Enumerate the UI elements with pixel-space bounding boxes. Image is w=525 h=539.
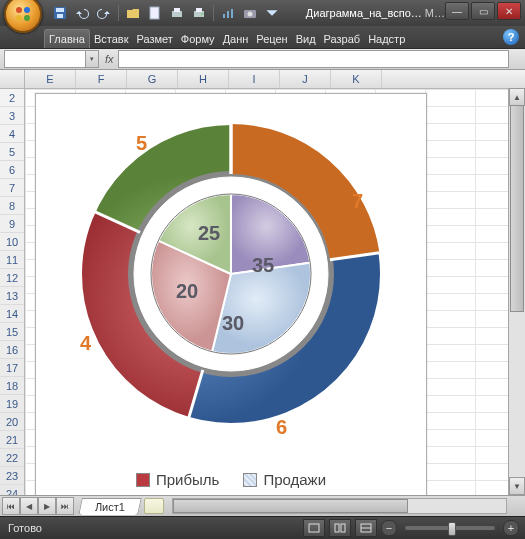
status-right: − + xyxy=(303,519,519,537)
row-header[interactable]: 16 xyxy=(0,341,24,359)
fx-label[interactable]: fx xyxy=(105,53,114,65)
column-header[interactable]: E xyxy=(25,70,76,88)
row-header[interactable]: 8 xyxy=(0,197,24,215)
vscroll-thumb[interactable] xyxy=(510,105,524,312)
row-header[interactable]: 5 xyxy=(0,143,24,161)
row-header[interactable]: 6 xyxy=(0,161,24,179)
row-header[interactable]: 21 xyxy=(0,431,24,449)
close-button[interactable]: ✕ xyxy=(497,2,521,20)
vertical-scrollbar[interactable]: ▲ ▼ xyxy=(508,88,525,495)
tab-addins[interactable]: Надстр xyxy=(364,30,409,48)
svg-rect-7 xyxy=(150,7,159,19)
chart-button[interactable] xyxy=(220,5,236,21)
tab-page-layout[interactable]: Размет xyxy=(132,30,176,48)
scroll-down-button[interactable]: ▼ xyxy=(509,477,525,495)
legend-item-1[interactable]: Прибыль xyxy=(136,471,219,488)
legend-label: Продажи xyxy=(263,471,326,488)
legend-label: Прибыль xyxy=(156,471,219,488)
row-header[interactable]: 13 xyxy=(0,287,24,305)
view-page-break-button[interactable] xyxy=(355,519,377,537)
select-all-corner[interactable] xyxy=(0,70,25,88)
row-header[interactable]: 19 xyxy=(0,395,24,413)
sheet-nav-prev[interactable]: ◀ xyxy=(20,497,38,515)
scroll-up-button[interactable]: ▲ xyxy=(509,88,525,106)
column-header[interactable]: K xyxy=(331,70,382,88)
row-header[interactable]: 18 xyxy=(0,377,24,395)
name-box-dropdown[interactable]: ▾ xyxy=(86,50,99,68)
svg-rect-14 xyxy=(227,11,229,18)
tab-review[interactable]: Рецен xyxy=(252,30,291,48)
new-sheet-button[interactable] xyxy=(144,498,164,514)
svg-rect-15 xyxy=(231,9,233,18)
zoom-out-button[interactable]: − xyxy=(381,520,397,536)
inner-label-3: 30 xyxy=(222,312,244,335)
row-header[interactable]: 9 xyxy=(0,215,24,233)
tab-data[interactable]: Данн xyxy=(219,30,253,48)
row-header[interactable]: 14 xyxy=(0,305,24,323)
column-header[interactable]: H xyxy=(178,70,229,88)
cell-grid[interactable]: 5 7 6 4 25 35 30 20 Прибыль xyxy=(25,89,525,495)
undo-button[interactable] xyxy=(74,5,90,21)
vscroll-track[interactable] xyxy=(509,105,525,478)
tab-home[interactable]: Главна xyxy=(44,29,90,48)
sheet-nav-first[interactable]: ⏮ xyxy=(2,497,20,515)
sheet-nav-next[interactable]: ▶ xyxy=(38,497,56,515)
hscroll-thumb[interactable] xyxy=(173,499,408,513)
column-header[interactable]: G xyxy=(127,70,178,88)
zoom-slider-thumb[interactable] xyxy=(448,522,456,536)
column-header[interactable]: F xyxy=(76,70,127,88)
row-header[interactable]: 24 xyxy=(0,485,24,495)
row-header[interactable]: 23 xyxy=(0,467,24,485)
status-text: Готово xyxy=(8,522,42,534)
new-button[interactable] xyxy=(147,5,163,21)
row-header[interactable]: 15 xyxy=(0,323,24,341)
view-page-layout-button[interactable] xyxy=(329,519,351,537)
svg-rect-5 xyxy=(56,8,64,12)
save-button[interactable] xyxy=(52,5,68,21)
chart-object[interactable]: 5 7 6 4 25 35 30 20 Прибыль xyxy=(35,93,427,495)
legend-item-2[interactable]: Продажи xyxy=(243,471,326,488)
open-button[interactable] xyxy=(125,5,141,21)
outer-label-2: 7 xyxy=(352,190,363,213)
tab-developer[interactable]: Разраб xyxy=(320,30,365,48)
row-header[interactable]: 20 xyxy=(0,413,24,431)
row-header[interactable]: 7 xyxy=(0,179,24,197)
row-header[interactable]: 22 xyxy=(0,449,24,467)
minimize-button[interactable]: ― xyxy=(445,2,469,20)
zoom-slider[interactable] xyxy=(405,526,495,530)
tab-view[interactable]: Вид xyxy=(292,30,320,48)
status-bar: Готово − + xyxy=(0,516,525,539)
row-header[interactable]: 2 xyxy=(0,89,24,107)
horizontal-scrollbar[interactable] xyxy=(172,498,507,514)
redo-button[interactable] xyxy=(96,5,112,21)
column-header[interactable]: J xyxy=(280,70,331,88)
sheet-nav-last[interactable]: ⏭ xyxy=(56,497,74,515)
row-header[interactable]: 17 xyxy=(0,359,24,377)
tab-insert[interactable]: Вставк xyxy=(90,30,133,48)
svg-rect-6 xyxy=(57,14,63,18)
column-header[interactable]: I xyxy=(229,70,280,88)
name-box[interactable] xyxy=(4,50,86,68)
sheet-tab-active[interactable]: Лист1 xyxy=(78,498,142,515)
formula-input[interactable] xyxy=(118,50,509,68)
row-header[interactable]: 11 xyxy=(0,251,24,269)
outer-label-3: 6 xyxy=(276,416,287,439)
row-header[interactable]: 10 xyxy=(0,233,24,251)
zoom-in-button[interactable]: + xyxy=(503,520,519,536)
view-normal-button[interactable] xyxy=(303,519,325,537)
svg-point-2 xyxy=(16,15,22,21)
maximize-button[interactable]: ▭ xyxy=(471,2,495,20)
print-preview-button[interactable] xyxy=(169,5,185,21)
row-header[interactable]: 4 xyxy=(0,125,24,143)
quick-print-button[interactable] xyxy=(191,5,207,21)
legend-swatch-icon xyxy=(243,473,257,487)
help-button[interactable]: ? xyxy=(503,29,519,45)
tab-formulas[interactable]: Форму xyxy=(177,30,219,48)
row-header[interactable]: 3 xyxy=(0,107,24,125)
camera-button[interactable] xyxy=(242,5,258,21)
row-header[interactable]: 12 xyxy=(0,269,24,287)
worksheet-area: E F G H I J K 2 3 4 5 6 7 8 9 10 11 12 1… xyxy=(0,70,525,495)
qat-customize-button[interactable] xyxy=(264,5,280,21)
inner-label-2: 35 xyxy=(252,254,274,277)
office-logo-icon xyxy=(13,4,33,24)
